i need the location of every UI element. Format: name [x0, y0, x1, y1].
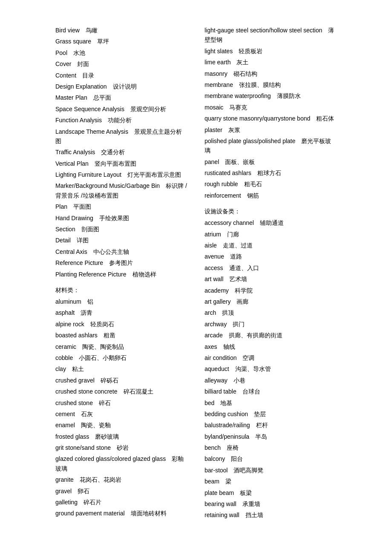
list-item: arcade 拱廊、有拱廊的街道 [205, 331, 337, 340]
list-item: membrane 张拉膜、膜结构 [205, 80, 337, 89]
list-item: air condition 空调 [205, 353, 337, 362]
list-item: ground pavement material 墙面地砖材料 [55, 509, 187, 518]
list-item: aluminum 铝 [55, 297, 187, 306]
list-item: quarry stone masonry/quarrystone bond 粗石… [205, 114, 337, 123]
list-item: bearing wall 承重墙 [205, 499, 337, 509]
list-item: aisle 走道、过道 [205, 241, 337, 250]
list-item: polished plate glass/polished plate 磨光平板… [205, 136, 337, 155]
list-item: bar-stool 酒吧高脚凳 [205, 466, 337, 475]
left-materials-section: aluminum 铝asphalt 沥青alpine rock 轻质岗石boas… [55, 297, 187, 518]
list-item: bed 地基 [205, 398, 337, 408]
list-item: plaster 灰浆 [205, 125, 337, 135]
list-item: light slates 轻质板岩 [205, 46, 337, 56]
list-item: Cover 封面 [55, 59, 187, 69]
list-item: billiard table 台球台 [205, 387, 337, 396]
list-item: Plan 平面图 [55, 202, 187, 211]
list-item: arch 拱顶 [205, 308, 337, 317]
list-item: plate beam 板梁 [205, 488, 337, 497]
list-item: cobble 小圆石、小鹅卵石 [55, 353, 187, 362]
list-item: aqueduct 沟渠、导水管 [205, 364, 337, 374]
list-item: Space Sequence Analysis 景观空间分析 [55, 104, 187, 114]
list-item: Pool 水池 [55, 48, 187, 58]
list-item: crushed stone 碎石 [55, 398, 187, 408]
list-item: crushed gravel 碎砾石 [55, 376, 187, 385]
list-item: Vertical Plan 竖向平面布置图 [55, 159, 187, 168]
list-item: Master Plan 总平面 [55, 93, 187, 102]
list-item: accessory channel 辅助通道 [205, 218, 337, 227]
list-item: axes 轴线 [205, 342, 337, 351]
list-item: rough rubble 粗毛石 [205, 179, 337, 189]
list-item: Section 剖面图 [55, 224, 187, 234]
right-top-section: light-gauge steel section/hollow steel s… [205, 26, 337, 200]
list-item: academy 科学院 [205, 286, 337, 295]
list-item: enamel 陶瓷、瓷釉 [55, 420, 187, 430]
list-item: Bird view 鸟瞰 [55, 26, 187, 35]
list-item: asphalt 沥青 [55, 308, 187, 317]
list-item: Design Explanation 设计说明 [55, 82, 187, 91]
facilities-heading: 设施设备类： [205, 208, 337, 216]
left-column: Bird view 鸟瞰Grass square 草坪Pool 水池Cover … [55, 26, 187, 522]
list-item: access 通道、入口 [205, 263, 337, 273]
list-item: lime earth 灰土 [205, 58, 337, 67]
list-item: clay 粘土 [55, 364, 187, 374]
list-item: panel 面板、嵌板 [205, 157, 337, 167]
list-item: ceramic 陶瓷、陶瓷制品 [55, 342, 187, 351]
list-item: Lighting Furniture Layout 灯光平面布置示意图 [55, 170, 187, 179]
list-item: mosaic 马赛克 [205, 103, 337, 112]
list-item: bedding cushion 垫层 [205, 409, 337, 419]
list-item: Marker/Background Music/Garbage Bin 标识牌 … [55, 181, 187, 200]
list-item: Planting Reference Picture 植物选样 [55, 270, 187, 279]
list-item: light-gauge steel section/hollow steel s… [205, 26, 337, 45]
list-item: balustrade/railing 栏杆 [205, 420, 337, 430]
list-item: grit stone/sand stone 砂岩 [55, 443, 187, 452]
list-item: alleyway 小巷 [205, 376, 337, 385]
list-item: beam 梁 [205, 477, 337, 486]
list-item: boasted ashlars 粗凿 [55, 331, 187, 340]
list-item: archway 拱门 [205, 319, 337, 329]
list-item: gravel 卵石 [55, 486, 187, 496]
list-item: cement 石灰 [55, 409, 187, 419]
list-item: frosted glass 磨砂玻璃 [55, 432, 187, 441]
list-item: retaining wall 挡土墙 [205, 510, 337, 520]
list-item: atrium 门廊 [205, 230, 337, 239]
list-item: Grass square 草坪 [55, 37, 187, 46]
list-item: rusticated ashlars 粗球方石 [205, 168, 337, 178]
list-item: Content 目录 [55, 71, 187, 80]
list-item: Landscape Theme Analysis 景观景点主题分析图 [55, 127, 187, 146]
list-item: art wall 艺术墙 [205, 274, 337, 284]
list-item: Detail 详图 [55, 236, 187, 245]
materials-heading: 材料类： [55, 287, 187, 294]
list-item: avenue 道路 [205, 252, 337, 261]
list-item: Reference Picture 参考图片 [55, 258, 187, 267]
list-item: Traffic Analysis 交通分析 [55, 147, 187, 157]
list-item: bench 座椅 [205, 443, 337, 452]
list-item: byland/peninsula 半岛 [205, 432, 337, 441]
list-item: balcony 阳台 [205, 454, 337, 463]
list-item: reinforcement 钢筋 [205, 191, 337, 200]
list-item: granite 花岗石、花岗岩 [55, 475, 187, 484]
list-item: alpine rock 轻质岗石 [55, 319, 187, 329]
list-item: Hand Drawing 手绘效果图 [55, 213, 187, 223]
list-item: glazed colored glass/colored glazed glas… [55, 454, 187, 473]
list-item: masonry 砌石结构 [205, 69, 337, 78]
list-item: membrane waterproofing 薄膜防水 [205, 91, 337, 101]
left-top-section: Bird view 鸟瞰Grass square 草坪Pool 水池Cover … [55, 26, 187, 279]
list-item: crushed stone concrete 碎石混凝土 [55, 387, 187, 396]
right-column: light-gauge steel section/hollow steel s… [205, 26, 337, 522]
list-item: Central Axis 中心公共主轴 [55, 247, 187, 256]
list-item: galleting 碎石片 [55, 497, 187, 507]
right-facilities-section: accessory channel 辅助通道atrium 门廊aisle 走道、… [205, 218, 337, 520]
list-item: art gallery 画廊 [205, 297, 337, 306]
list-item: Function Analysis 功能分析 [55, 115, 187, 125]
